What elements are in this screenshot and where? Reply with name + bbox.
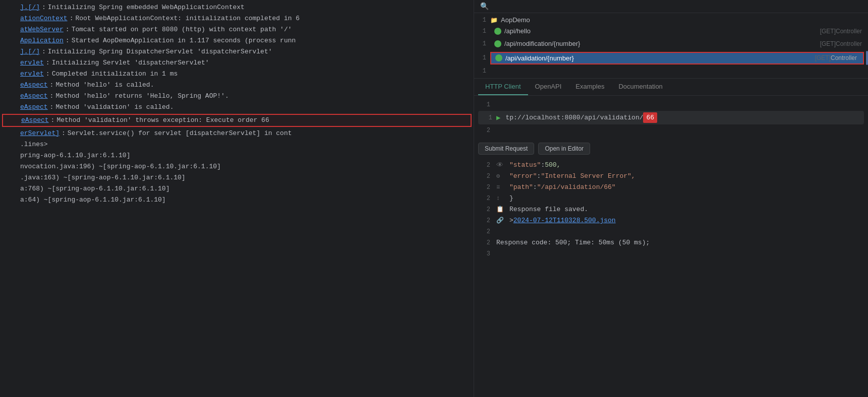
response-line-code: 2 Response code: 500; Time: 50ms (50 ms)… (478, 237, 864, 248)
resp-line-num: 2 (478, 182, 490, 192)
resp-line-num: 2 (478, 160, 490, 170)
log-text: Initializing Spring DispatcherServlet 'd… (48, 47, 272, 57)
log-line: eAspect : Method 'validation' is called. (0, 102, 474, 113)
log-prefix[interactable]: ationContext (20, 14, 68, 24)
submit-request-button[interactable]: Submit Request (478, 143, 534, 155)
response-area: 2 👁 "status" : 500, 2 ⚙ "error" : "Inter… (474, 158, 868, 397)
response-line-saved: 2 📋 Response file saved. (478, 204, 864, 215)
log-separator: : (51, 115, 55, 125)
log-prefix-aspect[interactable]: eAspect (20, 80, 48, 90)
resp-saved-text: Response file saved. (509, 205, 588, 215)
sort2-icon: ↕ (496, 193, 506, 204)
resp-code-text: Response code: 500; Time: 50ms (50 ms); (496, 238, 650, 248)
resp-brace: } (509, 193, 513, 204)
log-separator: : (50, 102, 54, 112)
tab-documentation[interactable]: Documentation (611, 79, 669, 95)
log-prefix[interactable]: ervlet (20, 69, 44, 79)
log-text: a:64) ~[spring-aop-6.1.10.jar:6.1.10] (20, 195, 166, 205)
log-line: ervlet : Initializing Servlet 'dispatche… (0, 57, 474, 69)
resp-file-link[interactable]: 2024-07-12T110328.500.json (513, 216, 616, 226)
log-line: a:768) ~[spring-aop-6.1.10.jar:6.1.10] (0, 183, 474, 194)
response-line-status: 2 👁 "status" : 500, (478, 160, 864, 171)
resp-key-error: "error" (509, 171, 537, 181)
copy-icon: 📋 (496, 205, 506, 215)
log-line: eAspect : Method 'hello' is called. (0, 80, 474, 91)
tab-http-client[interactable]: HTTP Client (478, 79, 528, 95)
search-bar[interactable]: 🔍 (474, 0, 868, 13)
log-prefix[interactable]: erServlet] (20, 128, 60, 139)
resp-separator: : (537, 171, 541, 181)
eye-icon: 👁 (496, 160, 506, 170)
resp-line-num: 2 (478, 205, 490, 215)
resp-line-num: 2 (478, 227, 490, 237)
tab-openapi[interactable]: OpenAPI (528, 79, 569, 95)
log-separator: : (42, 3, 46, 13)
endpoint-item-modification[interactable]: /api/modification/{number} [GET] Control… (490, 38, 868, 49)
log-prefix-aspect[interactable]: eAspect (20, 91, 48, 101)
endpoint-path: /api/modification/{number} (504, 40, 817, 47)
log-separator: : (50, 91, 54, 101)
action-buttons: Submit Request Open in Editor (474, 140, 868, 158)
endpoint-icon (495, 54, 502, 61)
url-bar-section: 1 1 ▶ tp://localhost:8080/api/validation… (474, 96, 868, 140)
resp-value-error: "Internal Server Error", (541, 171, 635, 181)
log-text-error: Method 'validation' throws exception: Ex… (56, 115, 269, 125)
folder-icon: 📁 (490, 17, 498, 24)
log-separator: : (46, 69, 50, 79)
log-prefix[interactable]: atWebServer (20, 25, 64, 35)
endpoint-path: /api/validation/{number} (505, 54, 812, 62)
log-separator: : (42, 47, 46, 57)
log-text: Method 'hello' is called. (55, 80, 154, 90)
response-line-3: 3 (478, 248, 864, 259)
endpoint-type: Controller (836, 28, 862, 35)
run-button[interactable]: ▶ (496, 113, 500, 122)
log-separator: : (66, 25, 70, 35)
resp-key-path: "path" (509, 182, 533, 192)
log-text: Root WebApplicationContext: initializati… (75, 14, 300, 24)
log-prefix[interactable]: Application (20, 36, 64, 46)
log-line: Application : Started AopDemoApplication… (0, 35, 474, 46)
url-text[interactable]: tp://localhost:8080/api/validation/ (505, 114, 643, 121)
log-text: pring-aop-6.1.10.jar:6.1.10] (20, 151, 130, 161)
log-line: ervlet : Completed initialization in 1 m… (0, 69, 474, 80)
folder-name: AopDemo (501, 16, 530, 24)
log-separator: : (46, 58, 50, 68)
endpoint-path: /api/hello (504, 27, 817, 35)
endpoint-method: [GET] (820, 40, 836, 47)
endpoint-icon (494, 28, 501, 35)
resp-value-status: 500, (545, 160, 560, 170)
endpoint-item-hello[interactable]: /api/hello [GET] Controller (490, 26, 868, 36)
endpoint-folder[interactable]: 📁 AopDemo (490, 16, 530, 24)
log-prefix[interactable]: ervlet (20, 58, 44, 68)
log-text: Servlet.service() for servlet [dispatche… (68, 128, 292, 139)
log-line: .java:163) ~[spring-aop-6.1.10.jar:6.1.1… (0, 172, 474, 183)
filter-icon: ⚙ (496, 171, 506, 181)
log-text: Started AopDemoApplication in 1.117 seco… (72, 36, 296, 46)
log-text: Method 'hello' returns 'Hello, Spring AO… (55, 91, 228, 101)
endpoint-method: [GET] (820, 28, 836, 35)
resp-arrow: > (509, 216, 513, 226)
log-text: a:768) ~[spring-aop-6.1.10.jar:6.1.10] (20, 184, 169, 194)
log-text: Initializing Spring embedded WebApplicat… (48, 3, 245, 13)
log-prefix-aspect[interactable]: eAspect (20, 102, 48, 112)
log-prefix[interactable]: ].[/] (20, 47, 40, 57)
console-panel: ].[/] : Initializing Spring embedded Web… (0, 0, 474, 397)
tab-examples[interactable]: Examples (568, 79, 611, 95)
log-prefix[interactable]: ].[/] (20, 3, 40, 13)
resp-value-path: "/api/validation/66" (537, 182, 616, 192)
log-line: atWebServer : Tomcat started on port 808… (0, 24, 474, 35)
log-line: ].[/] : Initializing Spring DispatcherSe… (0, 46, 474, 57)
log-separator: : (62, 128, 66, 139)
endpoints-section: 1 📁 AopDemo 1 /api/hello [GET] Controlle… (474, 13, 868, 79)
resp-line-num: 2 (478, 238, 490, 248)
log-prefix-aspect[interactable]: eAspect (21, 115, 49, 125)
resp-line-num: 3 (478, 249, 490, 259)
log-line: eAspect : Method 'hello' returns 'Hello,… (0, 91, 474, 102)
resp-line-num: 2 (478, 171, 490, 181)
log-separator: : (50, 80, 54, 90)
open-in-editor-button[interactable]: Open in Editor (538, 143, 590, 155)
log-text: Initializing Servlet 'dispatcherServlet' (52, 58, 209, 68)
log-text: Method 'validation' is called. (55, 102, 173, 112)
endpoint-item-validation[interactable]: /api/validation/{number} [GET] Controlle… (490, 52, 864, 64)
log-text: nvocation.java:196) ~[spring-aop-6.1.10.… (20, 162, 221, 172)
